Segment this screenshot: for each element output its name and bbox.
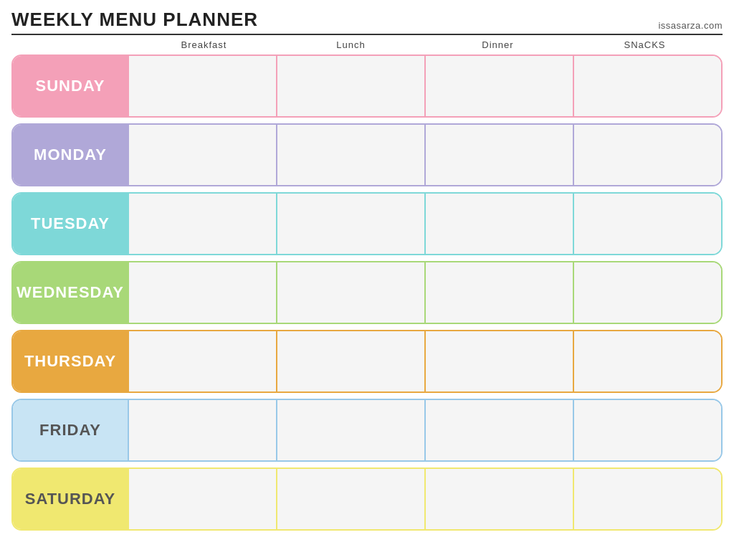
day-label-friday: FriDay bbox=[13, 400, 128, 460]
cell-tuesday-snacks[interactable] bbox=[573, 194, 721, 254]
day-label-wednesday: WeDNeSDay bbox=[13, 262, 128, 323]
page-header: Weekly Menu Planner issasarza.com bbox=[11, 9, 723, 35]
day-label-sunday: SuNDay bbox=[13, 56, 128, 116]
cell-monday-dinner[interactable] bbox=[424, 125, 573, 185]
row-thursday: THurSDay bbox=[11, 330, 723, 393]
cell-tuesday-lunch[interactable] bbox=[276, 194, 424, 254]
cell-friday-breakfast[interactable] bbox=[128, 400, 276, 460]
column-headers: Breakfast Lunch Dinner SNaCKS bbox=[11, 39, 723, 50]
col-breakfast: Breakfast bbox=[130, 39, 277, 50]
cell-wednesday-breakfast[interactable] bbox=[128, 262, 276, 323]
cell-monday-breakfast[interactable] bbox=[128, 125, 276, 185]
cell-wednesday-lunch[interactable] bbox=[276, 262, 424, 323]
row-wednesday: WeDNeSDay bbox=[11, 261, 723, 324]
row-sunday: SuNDay bbox=[11, 54, 723, 118]
cell-wednesday-dinner[interactable] bbox=[424, 262, 573, 323]
cell-sunday-breakfast[interactable] bbox=[128, 56, 276, 116]
cell-friday-lunch[interactable] bbox=[276, 400, 424, 460]
row-friday: FriDay bbox=[11, 399, 723, 462]
cell-saturday-snacks[interactable] bbox=[573, 469, 721, 529]
day-label-saturday: SaTurDay bbox=[13, 469, 128, 529]
cell-thursday-dinner[interactable] bbox=[424, 331, 573, 391]
cell-tuesday-dinner[interactable] bbox=[424, 194, 573, 254]
row-monday: MoNDay bbox=[11, 123, 723, 186]
cell-thursday-breakfast[interactable] bbox=[128, 331, 276, 391]
col-lunch: Lunch bbox=[277, 39, 424, 50]
cell-thursday-lunch[interactable] bbox=[276, 331, 424, 391]
day-label-monday: MoNDay bbox=[13, 125, 128, 185]
website-url: issasarza.com bbox=[658, 20, 723, 31]
col-dinner: Dinner bbox=[424, 39, 571, 50]
row-saturday: SaTurDay bbox=[11, 468, 723, 531]
cell-friday-dinner[interactable] bbox=[424, 400, 573, 460]
cell-tuesday-breakfast[interactable] bbox=[128, 194, 276, 254]
cell-saturday-breakfast[interactable] bbox=[128, 469, 276, 529]
page-title: Weekly Menu Planner bbox=[11, 9, 258, 31]
col-day bbox=[16, 39, 130, 50]
cell-thursday-snacks[interactable] bbox=[573, 331, 721, 391]
day-label-tuesday: TueSDay bbox=[13, 194, 128, 254]
planner-grid: SuNDayMoNDayTueSDayWeDNeSDayTHurSDayFriD… bbox=[11, 54, 723, 531]
cell-saturday-lunch[interactable] bbox=[276, 469, 424, 529]
col-snacks: SNaCKS bbox=[571, 39, 718, 50]
cell-monday-snacks[interactable] bbox=[573, 125, 721, 185]
cell-sunday-dinner[interactable] bbox=[424, 56, 573, 116]
cell-friday-snacks[interactable] bbox=[573, 400, 721, 460]
cell-saturday-dinner[interactable] bbox=[424, 469, 573, 529]
cell-sunday-lunch[interactable] bbox=[276, 56, 424, 116]
cell-monday-lunch[interactable] bbox=[276, 125, 424, 185]
row-tuesday: TueSDay bbox=[11, 192, 723, 255]
cell-sunday-snacks[interactable] bbox=[573, 56, 721, 116]
cell-wednesday-snacks[interactable] bbox=[573, 262, 721, 323]
day-label-thursday: THurSDay bbox=[13, 331, 128, 391]
